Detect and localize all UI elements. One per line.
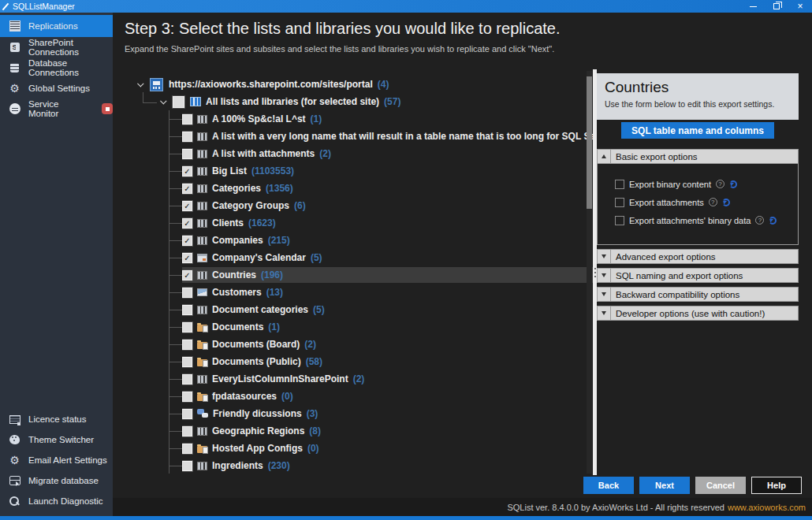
checkbox[interactable] bbox=[182, 288, 192, 298]
help-icon[interactable]: ? bbox=[755, 216, 764, 225]
checkbox[interactable] bbox=[182, 114, 192, 124]
website-link[interactable]: www.axioworks.com bbox=[728, 503, 806, 512]
folder-icon bbox=[197, 394, 207, 401]
section-label: SQL naming and export options bbox=[611, 271, 743, 280]
tree-item-everylistcolumninsharepoint[interactable]: EveryListColumnInSharePoint(2) bbox=[169, 370, 593, 388]
sidebar-item-email-alert-settings[interactable]: ⚙Email Alert Settings bbox=[0, 450, 113, 470]
checkbox[interactable] bbox=[615, 198, 624, 207]
list-icon bbox=[197, 132, 207, 141]
checkbox[interactable] bbox=[182, 357, 192, 367]
sidebar-item-service-monitor[interactable]: Service Monitor bbox=[0, 98, 113, 119]
tree-item-clients[interactable]: ✓Clients(1623) bbox=[169, 214, 593, 232]
maximize-button[interactable] bbox=[765, 0, 788, 13]
checkbox[interactable] bbox=[182, 340, 192, 350]
checkbox[interactable] bbox=[615, 180, 624, 189]
status-text: SQList ver. 8.4.0.0 by AxioWorks Ltd - A… bbox=[507, 503, 724, 512]
tree-item-document-categories[interactable]: Document categories(5) bbox=[169, 301, 593, 318]
tree-item-label: Companies bbox=[212, 235, 263, 246]
tree-site-row[interactable]: https://axioworks.sharepoint.com/sites/p… bbox=[113, 76, 593, 93]
sidebar: ReplicationsSharePoint ConnectionsDataba… bbox=[0, 13, 113, 516]
next-button[interactable]: Next bbox=[639, 477, 690, 494]
tree-item-count: (2) bbox=[304, 339, 316, 350]
checkbox[interactable] bbox=[182, 149, 192, 159]
tree-item-companies[interactable]: ✓Companies(215) bbox=[169, 232, 593, 249]
help-icon[interactable]: ? bbox=[716, 180, 724, 188]
section-header-developer-options-use-with-caution[interactable]: Developer options (use with caution!) bbox=[597, 306, 799, 321]
tree-item-count: (58) bbox=[306, 356, 322, 367]
tree-item-documents-public[interactable]: Documents (Public)(58) bbox=[169, 353, 593, 370]
folder-icon bbox=[197, 446, 207, 453]
tree-item-hosted-app-configs[interactable]: Hosted App Configs(0) bbox=[169, 440, 593, 457]
checkbox[interactable] bbox=[182, 461, 192, 471]
refresh-icon[interactable] bbox=[769, 217, 777, 225]
checkbox[interactable] bbox=[182, 409, 192, 419]
checkbox[interactable] bbox=[182, 322, 192, 332]
checkbox[interactable]: ✓ bbox=[182, 270, 192, 280]
tree-scrollbar-thumb[interactable] bbox=[587, 76, 592, 209]
sidebar-item-licence-status[interactable]: Licence status bbox=[0, 409, 113, 429]
tree-item-geographic-regions[interactable]: Geographic Regions(8) bbox=[169, 422, 593, 440]
refresh-icon[interactable] bbox=[722, 199, 730, 206]
back-button[interactable]: Back bbox=[583, 477, 634, 494]
refresh-icon[interactable] bbox=[729, 180, 737, 188]
sql-table-name-button[interactable]: SQL table name and columns bbox=[621, 122, 774, 139]
section-header-basic-export-options[interactable]: Basic export options bbox=[597, 149, 799, 164]
list-icon bbox=[197, 219, 207, 228]
tree-item-countries[interactable]: ✓Countries(196) bbox=[169, 266, 593, 284]
tree-item-company-s-calendar[interactable]: ✓Company's Calendar(5) bbox=[169, 249, 593, 266]
checkbox[interactable] bbox=[173, 96, 184, 108]
tree-group-row[interactable]: All lists and libraries (for selected si… bbox=[113, 93, 593, 110]
checkbox[interactable]: ✓ bbox=[182, 166, 192, 176]
help-button[interactable]: Help bbox=[751, 477, 802, 494]
tree-item-fpdatasources[interactable]: fpdatasources(0) bbox=[169, 388, 593, 405]
tree-item-documents-board[interactable]: Documents (Board)(2) bbox=[169, 336, 593, 353]
tree-item-documents[interactable]: Documents(1) bbox=[169, 318, 593, 336]
tree-item-big-list[interactable]: ✓Big List(1103553) bbox=[169, 162, 593, 180]
checkbox[interactable] bbox=[182, 392, 192, 402]
section-header-sql-naming-and-export-options[interactable]: SQL naming and export options bbox=[597, 268, 799, 283]
tree-item-inner: Friendly dicussions(3) bbox=[182, 406, 593, 422]
list-icon bbox=[197, 306, 207, 314]
tree-item-a-100-sp-c-al-l-st[interactable]: A 100% Sp&c!al L^st(1) bbox=[169, 110, 593, 128]
checkbox[interactable] bbox=[182, 444, 192, 454]
tree-item-ingredients[interactable]: Ingredients(230) bbox=[169, 457, 593, 474]
calendar-icon bbox=[197, 254, 207, 262]
chevron-down-icon bbox=[598, 250, 611, 263]
checkbox[interactable]: ✓ bbox=[182, 218, 192, 228]
sidebar-item-global-settings[interactable]: ⚙Global Settings bbox=[0, 78, 113, 98]
checkbox[interactable] bbox=[182, 374, 192, 384]
checkbox[interactable] bbox=[182, 305, 192, 315]
chevron-down-icon[interactable] bbox=[137, 80, 143, 87]
tree-item-category-groups[interactable]: ✓Category Groups(6) bbox=[169, 197, 593, 214]
tree-item-label: Countries bbox=[212, 269, 256, 280]
sidebar-item-theme-switcher[interactable]: Theme Switcher bbox=[0, 429, 113, 450]
chevron-down-icon[interactable] bbox=[160, 98, 166, 104]
checkbox[interactable]: ✓ bbox=[182, 184, 192, 194]
checkbox[interactable]: ✓ bbox=[182, 253, 192, 263]
checkbox[interactable] bbox=[615, 216, 624, 225]
section-basic-export-options: Basic export optionsExport binary conten… bbox=[597, 149, 799, 245]
sidebar-item-launch-diagnostic[interactable]: Launch Diagnostic bbox=[0, 491, 113, 511]
checkbox[interactable]: ✓ bbox=[182, 236, 192, 246]
help-icon[interactable]: ? bbox=[709, 198, 717, 206]
tree-item-a-list-with-attachments[interactable]: A list with attachments(2) bbox=[169, 145, 593, 162]
sidebar-item-migrate-database[interactable]: Migrate database bbox=[0, 470, 113, 491]
checkbox[interactable]: ✓ bbox=[182, 201, 192, 211]
close-button[interactable]: × bbox=[788, 0, 812, 13]
minimize-button[interactable] bbox=[741, 0, 765, 13]
section-header-advanced-export-options[interactable]: Advanced export options bbox=[597, 249, 799, 264]
tree-item-friendly-dicussions[interactable]: Friendly dicussions(3) bbox=[169, 405, 593, 422]
sidebar-item-database-connections[interactable]: Database Connections bbox=[0, 58, 113, 78]
checkbox[interactable] bbox=[182, 132, 192, 142]
sidebar-item-sharepoint-connections[interactable]: SharePoint Connections bbox=[0, 37, 113, 58]
chevron-up-icon bbox=[598, 150, 611, 163]
cancel-button[interactable]: Cancel bbox=[695, 477, 746, 494]
tree-item-label: Categories bbox=[212, 183, 261, 194]
tree-item-a-list-with-a-very-long-name-that-will-result-in-a-table-name-that-is-too-long-for-sql-server-even-after-rem[interactable]: A list with a very long name that will r… bbox=[169, 128, 593, 145]
checkbox[interactable] bbox=[182, 426, 192, 436]
tree-item-customers[interactable]: Customers(13) bbox=[169, 284, 593, 301]
tree-item-count: (196) bbox=[261, 269, 283, 280]
section-header-backward-compatibility-options[interactable]: Backward compatibility options bbox=[597, 287, 799, 302]
sidebar-item-replications[interactable]: Replications bbox=[0, 15, 113, 37]
tree-item-categories[interactable]: ✓Categories(1356) bbox=[169, 180, 593, 197]
